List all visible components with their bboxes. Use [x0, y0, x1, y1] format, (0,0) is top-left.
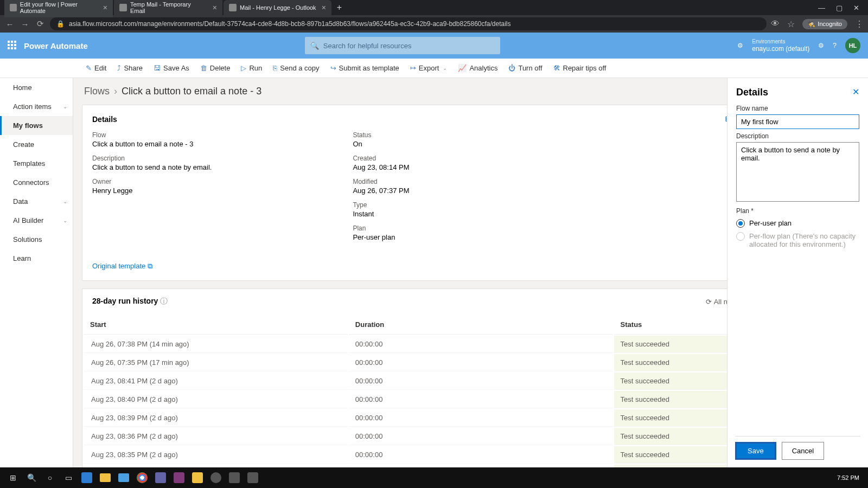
col-status[interactable]: Status: [614, 315, 746, 335]
run-button[interactable]: ▷Run: [237, 62, 266, 74]
eye-slash-icon[interactable]: 👁: [771, 19, 780, 29]
repair-button[interactable]: 🛠Repair tips off: [549, 62, 611, 74]
app-icon[interactable]: [189, 470, 206, 485]
run-duration: 00:00:00: [349, 354, 613, 371]
forward-icon[interactable]: →: [20, 20, 30, 29]
menu-icon[interactable]: ⋮: [855, 19, 864, 29]
save-button[interactable]: Save: [735, 442, 776, 460]
table-row[interactable]: Aug 23, 08:39 PM (2 d ago)00:00:00Test s…: [84, 409, 746, 427]
reload-icon[interactable]: ⟳: [35, 19, 46, 29]
edge-icon[interactable]: [78, 470, 95, 485]
run-status: Test succeeded: [614, 428, 746, 445]
browser-tab[interactable]: Temp Mail - Temporary Email×: [114, 0, 222, 17]
help-icon[interactable]: ?: [833, 42, 837, 49]
table-row[interactable]: Aug 23, 08:36 PM (2 d ago)00:00:00Test s…: [84, 428, 746, 445]
back-icon[interactable]: ←: [4, 20, 15, 29]
table-row[interactable]: Aug 23, 08:40 PM (2 d ago)00:00:00Test s…: [84, 391, 746, 408]
maximize-icon[interactable]: ▢: [836, 4, 843, 12]
user-avatar[interactable]: HL: [845, 38, 860, 53]
close-icon[interactable]: ×: [322, 3, 326, 12]
incognito-icon: 🕵: [808, 21, 815, 28]
product-name[interactable]: Power Automate: [24, 41, 88, 50]
label: Delete: [210, 64, 231, 72]
incognito-label: Incognito: [818, 21, 842, 27]
edit-button[interactable]: ✎Edit: [81, 62, 111, 74]
export-button[interactable]: ↦Export⌄: [406, 62, 452, 74]
close-icon[interactable]: ×: [103, 3, 107, 12]
taskview-icon[interactable]: ▭: [60, 470, 77, 485]
cortana-icon[interactable]: ○: [41, 470, 59, 485]
nav-home[interactable]: Home: [0, 78, 73, 97]
cancel-button[interactable]: Cancel: [782, 442, 824, 460]
radio-label: Per-user plan: [749, 219, 792, 227]
flowname-input[interactable]: [736, 114, 859, 129]
flow-label: Flow: [92, 131, 212, 139]
star-icon[interactable]: ☆: [787, 19, 795, 29]
app-icon[interactable]: [244, 470, 261, 485]
start-button[interactable]: ⊞: [4, 470, 22, 485]
modified-value: Aug 26, 07:37 PM: [353, 187, 409, 195]
close-icon[interactable]: ×: [213, 3, 217, 12]
close-icon[interactable]: ✕: [853, 4, 859, 12]
label: My flows: [13, 121, 43, 130]
trash-icon: 🗑: [200, 64, 207, 72]
table-row[interactable]: Aug 26, 07:38 PM (14 min ago)00:00:00Tes…: [84, 336, 746, 353]
nav-data[interactable]: Data⌄: [0, 192, 73, 211]
chevron-down-icon: ⌄: [63, 217, 67, 223]
nav-solutions[interactable]: Solutions: [0, 230, 73, 249]
original-template-link[interactable]: Original template ⧉: [92, 262, 152, 271]
new-tab-button[interactable]: +: [333, 3, 346, 12]
nav-learn[interactable]: Learn: [0, 249, 73, 268]
col-duration[interactable]: Duration: [349, 315, 613, 335]
breadcrumb-flows[interactable]: Flows: [84, 86, 110, 97]
nav-action-items[interactable]: Action items⌄: [0, 97, 73, 116]
nav-ai-builder[interactable]: AI Builder⌄: [0, 211, 73, 230]
system-clock[interactable]: 7:52 PM: [837, 474, 864, 481]
browser-tab[interactable]: Edit your flow | Power Automate×: [4, 0, 113, 17]
analytics-button[interactable]: 📈Analytics: [454, 62, 502, 74]
run-status: Test succeeded: [614, 354, 746, 371]
teams-icon[interactable]: [152, 470, 169, 485]
settings-icon[interactable]: ⚙: [818, 42, 824, 49]
search-icon[interactable]: 🔍: [23, 470, 40, 485]
nav-templates[interactable]: Templates: [0, 154, 73, 173]
app-icon[interactable]: [226, 470, 243, 485]
chrome-icon[interactable]: [133, 470, 151, 485]
share-button[interactable]: ⤴Share: [113, 62, 147, 74]
onenote-icon[interactable]: [170, 470, 188, 485]
run-start: Aug 23, 08:35 PM (2 d ago): [84, 446, 348, 464]
saveas-button[interactable]: 🖫Save As: [149, 62, 194, 74]
search-input[interactable]: 🔍Search for helpful resources: [305, 37, 500, 54]
mail-icon[interactable]: [115, 470, 132, 485]
browser-tab[interactable]: Mail - Henry Legge - Outlook×: [224, 0, 331, 15]
nav-create[interactable]: Create: [0, 135, 73, 154]
waffle-icon[interactable]: [8, 41, 17, 50]
label: Connectors: [13, 178, 49, 187]
submit-template-button[interactable]: ↪Submit as template: [326, 62, 404, 74]
label: Create: [13, 140, 34, 149]
sendcopy-button[interactable]: ⎘Send a copy: [269, 62, 323, 74]
label: Solutions: [13, 235, 42, 243]
environment-icon[interactable]: ⚙: [737, 42, 743, 49]
delete-button[interactable]: 🗑Delete: [196, 62, 235, 74]
app-icon[interactable]: [207, 470, 225, 485]
nav-my-flows[interactable]: My flows: [0, 116, 73, 135]
explorer-icon[interactable]: [97, 470, 114, 485]
table-row[interactable]: Aug 23, 08:35 PM (2 d ago)00:00:00Test s…: [84, 446, 746, 464]
close-icon[interactable]: ✕: [852, 87, 859, 98]
owner-value: Henry Legge: [92, 187, 212, 195]
col-start[interactable]: Start: [84, 315, 348, 335]
turnoff-button[interactable]: ⏻Turn off: [504, 62, 546, 74]
url-input[interactable]: 🔒asia.flow.microsoft.com/manage/environm…: [50, 17, 767, 30]
table-row[interactable]: Aug 23, 08:41 PM (2 d ago)00:00:00Test s…: [84, 373, 746, 390]
desc-input[interactable]: [736, 142, 859, 202]
chevron-down-icon: ⌄: [63, 104, 67, 110]
minimize-icon[interactable]: —: [818, 4, 825, 12]
power-icon: ⏻: [508, 64, 515, 72]
info-icon[interactable]: ⓘ: [160, 297, 168, 305]
nav-connectors[interactable]: Connectors: [0, 173, 73, 192]
environment-picker[interactable]: Environments enayu.com (default): [752, 38, 809, 53]
table-row[interactable]: Aug 26, 07:35 PM (17 min ago)00:00:00Tes…: [84, 354, 746, 371]
plan-peruser-radio[interactable]: Per-user plan: [736, 219, 859, 228]
modified-label: Modified: [353, 178, 409, 185]
